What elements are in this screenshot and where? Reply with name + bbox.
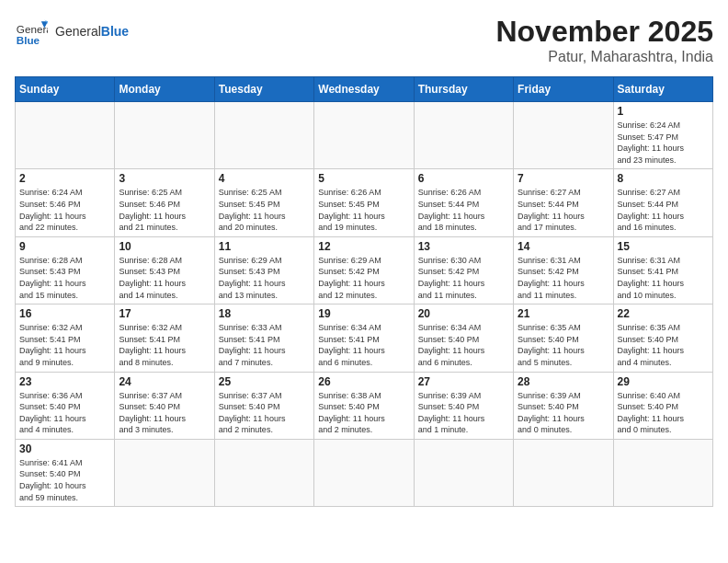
calendar-empty-cell <box>16 102 115 169</box>
calendar-day-3: 3 Sunrise: 6:25 AMSunset: 5:46 PMDayligh… <box>115 169 214 236</box>
calendar-row: 23 Sunrise: 6:36 AMSunset: 5:40 PMDaylig… <box>16 372 713 439</box>
calendar-empty-cell <box>613 439 712 506</box>
calendar-day-29: 29 Sunrise: 6:40 AMSunset: 5:40 PMDaylig… <box>613 372 712 439</box>
calendar-day-15: 15 Sunrise: 6:31 AMSunset: 5:41 PMDaylig… <box>613 236 712 304</box>
calendar-day-8: 8 Sunrise: 6:27 AMSunset: 5:44 PMDayligh… <box>613 169 712 236</box>
location: Patur, Maharashtra, India <box>495 49 713 65</box>
header-wednesday: Wednesday <box>314 77 414 102</box>
calendar-empty-cell <box>314 439 414 506</box>
month-title: November 2025 <box>495 15 713 49</box>
calendar-day-1: 1 Sunrise: 6:24 AMSunset: 5:47 PMDayligh… <box>613 102 712 169</box>
svg-text:Blue: Blue <box>17 34 40 46</box>
calendar-day-19: 19 Sunrise: 6:34 AMSunset: 5:41 PMDaylig… <box>314 304 414 372</box>
header-tuesday: Tuesday <box>214 77 313 102</box>
calendar-day-22: 22 Sunrise: 6:35 AMSunset: 5:40 PMDaylig… <box>613 304 712 372</box>
calendar-row: 30 Sunrise: 6:41 AMSunset: 5:40 PMDaylig… <box>16 439 713 506</box>
calendar-row: 16 Sunrise: 6:32 AMSunset: 5:41 PMDaylig… <box>16 304 713 372</box>
calendar-day-12: 12 Sunrise: 6:29 AMSunset: 5:42 PMDaylig… <box>314 236 414 304</box>
calendar-empty-cell <box>414 102 513 169</box>
calendar-day-17: 17 Sunrise: 6:32 AMSunset: 5:41 PMDaylig… <box>115 304 214 372</box>
logo: General Blue GeneralBlue <box>15 15 129 48</box>
calendar-empty-cell <box>314 102 414 169</box>
calendar-day-10: 10 Sunrise: 6:28 AMSunset: 5:43 PMDaylig… <box>115 236 214 304</box>
calendar-row: 1 Sunrise: 6:24 AMSunset: 5:47 PMDayligh… <box>16 102 713 169</box>
calendar-day-11: 11 Sunrise: 6:29 AMSunset: 5:43 PMDaylig… <box>214 236 313 304</box>
calendar-empty-cell <box>414 439 513 506</box>
calendar-day-6: 6 Sunrise: 6:26 AMSunset: 5:44 PMDayligh… <box>414 169 513 236</box>
header-friday: Friday <box>514 77 613 102</box>
calendar-day-16: 16 Sunrise: 6:32 AMSunset: 5:41 PMDaylig… <box>16 304 115 372</box>
calendar-empty-cell <box>514 102 613 169</box>
header-monday: Monday <box>115 77 214 102</box>
calendar-day-20: 20 Sunrise: 6:34 AMSunset: 5:40 PMDaylig… <box>414 304 513 372</box>
calendar-day-28: 28 Sunrise: 6:39 AMSunset: 5:40 PMDaylig… <box>514 372 613 439</box>
page-header: General Blue GeneralBlue November 2025 P… <box>15 15 713 65</box>
header-saturday: Saturday <box>613 77 712 102</box>
logo-icon: General Blue <box>15 15 48 48</box>
header-sunday: Sunday <box>16 77 115 102</box>
calendar-empty-cell <box>214 102 313 169</box>
calendar-table: Sunday Monday Tuesday Wednesday Thursday… <box>15 76 713 507</box>
logo-text: GeneralBlue <box>55 24 129 39</box>
calendar-day-18: 18 Sunrise: 6:33 AMSunset: 5:41 PMDaylig… <box>214 304 313 372</box>
calendar-day-7: 7 Sunrise: 6:27 AMSunset: 5:44 PMDayligh… <box>514 169 613 236</box>
calendar-day-13: 13 Sunrise: 6:30 AMSunset: 5:42 PMDaylig… <box>414 236 513 304</box>
calendar-day-9: 9 Sunrise: 6:28 AMSunset: 5:43 PMDayligh… <box>16 236 115 304</box>
calendar-day-23: 23 Sunrise: 6:36 AMSunset: 5:40 PMDaylig… <box>16 372 115 439</box>
calendar-empty-cell <box>514 439 613 506</box>
calendar-day-24: 24 Sunrise: 6:37 AMSunset: 5:40 PMDaylig… <box>115 372 214 439</box>
calendar-day-25: 25 Sunrise: 6:37 AMSunset: 5:40 PMDaylig… <box>214 372 313 439</box>
calendar-empty-cell <box>115 439 214 506</box>
calendar-day-27: 27 Sunrise: 6:39 AMSunset: 5:40 PMDaylig… <box>414 372 513 439</box>
calendar-empty-cell <box>214 439 313 506</box>
calendar-row: 2 Sunrise: 6:24 AMSunset: 5:46 PMDayligh… <box>16 169 713 236</box>
calendar-row: 9 Sunrise: 6:28 AMSunset: 5:43 PMDayligh… <box>16 236 713 304</box>
calendar-day-14: 14 Sunrise: 6:31 AMSunset: 5:42 PMDaylig… <box>514 236 613 304</box>
calendar-day-4: 4 Sunrise: 6:25 AMSunset: 5:45 PMDayligh… <box>214 169 313 236</box>
calendar-day-30: 30 Sunrise: 6:41 AMSunset: 5:40 PMDaylig… <box>16 439 115 506</box>
calendar-day-5: 5 Sunrise: 6:26 AMSunset: 5:45 PMDayligh… <box>314 169 414 236</box>
calendar-day-2: 2 Sunrise: 6:24 AMSunset: 5:46 PMDayligh… <box>16 169 115 236</box>
weekday-header-row: Sunday Monday Tuesday Wednesday Thursday… <box>16 77 713 102</box>
calendar-day-26: 26 Sunrise: 6:38 AMSunset: 5:40 PMDaylig… <box>314 372 414 439</box>
header-thursday: Thursday <box>414 77 513 102</box>
calendar-day-21: 21 Sunrise: 6:35 AMSunset: 5:40 PMDaylig… <box>514 304 613 372</box>
title-block: November 2025 Patur, Maharashtra, India <box>495 15 713 65</box>
calendar-empty-cell <box>115 102 214 169</box>
